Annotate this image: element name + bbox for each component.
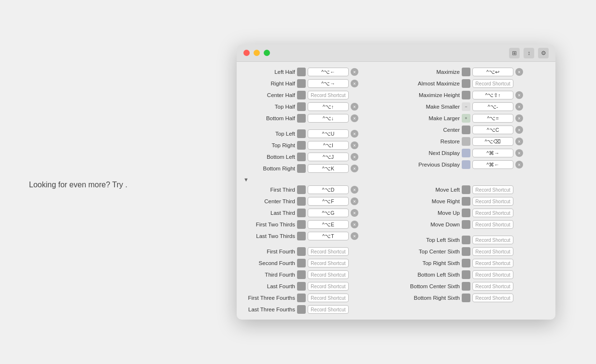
toggle-icon[interactable] (297, 68, 306, 76)
toggle-icon[interactable] (297, 164, 306, 173)
clear-shortcut-button[interactable]: × (515, 138, 523, 145)
clear-shortcut-button[interactable]: × (351, 80, 358, 87)
shortcut-input[interactable]: Record Shortcut (472, 209, 513, 217)
clear-shortcut-button[interactable]: × (351, 221, 358, 228)
clear-shortcut-button[interactable]: × (351, 141, 358, 149)
toggle-icon[interactable] (297, 220, 306, 229)
clear-shortcut-button[interactable]: × (351, 153, 358, 161)
toggle-icon[interactable] (297, 232, 306, 240)
shortcut-input[interactable]: Record Shortcut (308, 294, 349, 302)
toggle-icon[interactable] (462, 259, 470, 267)
shortcut-input[interactable]: ^⌥G (308, 209, 349, 217)
clear-shortcut-button[interactable]: × (351, 197, 358, 205)
shortcut-input[interactable]: Record Shortcut (472, 197, 513, 206)
shortcut-input[interactable]: Record Shortcut (308, 91, 349, 99)
toggle-icon[interactable] (462, 294, 470, 302)
toggle-icon[interactable] (297, 209, 306, 217)
shortcut-input[interactable]: Record Shortcut (308, 305, 349, 314)
clear-shortcut-button[interactable]: × (515, 103, 523, 111)
shortcut-input[interactable]: Record Shortcut (472, 185, 513, 194)
toggle-icon[interactable] (297, 102, 306, 111)
toggle-icon[interactable] (297, 294, 306, 302)
section-divider[interactable]: ▼ (243, 174, 549, 184)
shortcut-input[interactable]: ^⌥↩ (472, 68, 513, 76)
shortcut-input[interactable]: Record Shortcut (472, 294, 513, 302)
toggle-icon[interactable] (462, 91, 470, 99)
shortcut-input[interactable]: Record Shortcut (308, 247, 349, 256)
clear-shortcut-button[interactable]: × (515, 161, 523, 168)
clear-shortcut-button[interactable]: × (515, 114, 523, 122)
toggle-icon[interactable] (462, 282, 470, 291)
shortcut-input[interactable]: ^⌥⌫ (472, 137, 513, 146)
shortcut-input[interactable]: ^⌥E (308, 220, 349, 229)
shortcut-input[interactable]: ^⌥→ (308, 79, 349, 88)
toggle-icon[interactable] (462, 220, 470, 229)
clear-shortcut-button[interactable]: × (515, 91, 523, 99)
clear-shortcut-button[interactable]: × (515, 149, 523, 157)
shortcut-input[interactable]: ^⌘→ (472, 149, 513, 157)
toggle-icon[interactable] (297, 114, 306, 123)
toggle-icon[interactable] (462, 137, 470, 146)
shortcut-input[interactable]: Record Shortcut (472, 270, 513, 279)
toggle-icon[interactable] (462, 247, 470, 256)
shortcut-input[interactable]: ^⌥= (472, 114, 513, 123)
toggle-icon[interactable] (297, 153, 306, 161)
toggle-icon[interactable] (462, 79, 470, 88)
toggle-icon[interactable] (297, 270, 306, 279)
clear-shortcut-button[interactable]: × (515, 126, 523, 134)
shortcut-input[interactable]: ^⌥U (308, 129, 349, 138)
toggle-icon[interactable] (297, 305, 306, 314)
toggle-icon[interactable]: − (462, 102, 470, 111)
shortcut-input[interactable]: ^⌥⇧↑ (472, 91, 513, 99)
clear-shortcut-button[interactable]: × (351, 209, 358, 217)
shortcut-input[interactable]: ^⌥K (308, 164, 349, 173)
clear-shortcut-button[interactable]: × (351, 130, 358, 138)
shortcut-input[interactable]: ^⌥↓ (308, 114, 349, 123)
toggle-icon[interactable] (462, 270, 470, 279)
shortcut-input[interactable]: ^⌥D (308, 185, 349, 194)
shortcut-input[interactable]: Record Shortcut (472, 247, 513, 256)
clear-shortcut-button[interactable]: × (351, 165, 358, 172)
toggle-icon[interactable] (462, 197, 470, 206)
shortcut-input[interactable]: ^⌥C (472, 126, 513, 134)
toggle-icon[interactable] (297, 79, 306, 88)
shortcut-input[interactable]: Record Shortcut (472, 282, 513, 291)
toggle-icon[interactable] (297, 141, 306, 150)
toggle-icon[interactable] (297, 185, 306, 194)
toggle-icon[interactable] (462, 126, 470, 134)
minimize-button[interactable] (254, 50, 260, 56)
toggle-icon[interactable] (462, 185, 470, 194)
shortcut-input[interactable]: ^⌥← (308, 68, 349, 76)
shortcut-input[interactable]: Record Shortcut (308, 270, 349, 279)
shortcut-input[interactable]: ^⌘← (472, 160, 513, 169)
shortcut-input[interactable]: ^⌥T (308, 232, 349, 240)
shortcut-input[interactable]: Record Shortcut (472, 220, 513, 229)
toggle-icon[interactable] (297, 247, 306, 256)
toggle-icon[interactable] (462, 68, 470, 76)
maximize-button[interactable] (264, 50, 270, 56)
shortcut-input[interactable]: ^⌥J (308, 153, 349, 161)
toggle-icon[interactable] (297, 197, 306, 206)
toggle-icon[interactable] (297, 129, 306, 138)
toggle-icon[interactable]: + (462, 114, 470, 123)
clear-shortcut-button[interactable]: × (515, 68, 523, 76)
list-view-icon[interactable]: ↕ (524, 48, 534, 58)
shortcut-input[interactable]: ^⌥F (308, 197, 349, 206)
clear-shortcut-button[interactable]: × (351, 103, 358, 111)
grid-view-icon[interactable]: ⊞ (509, 48, 520, 58)
clear-shortcut-button[interactable]: × (351, 68, 358, 76)
toggle-icon[interactable] (462, 236, 470, 244)
toggle-icon[interactable] (297, 282, 306, 291)
toggle-icon[interactable] (462, 209, 470, 217)
shortcut-input[interactable]: Record Shortcut (472, 79, 513, 88)
clear-shortcut-button[interactable]: × (351, 232, 358, 240)
gear-icon[interactable]: ⚙ (538, 48, 549, 58)
toggle-icon[interactable] (462, 160, 470, 169)
shortcut-input[interactable]: ^⌥- (472, 102, 513, 111)
toggle-icon[interactable] (297, 259, 306, 267)
toggle-icon[interactable] (297, 91, 306, 99)
shortcut-input[interactable]: ^⌥I (308, 141, 349, 150)
shortcut-input[interactable]: Record Shortcut (308, 282, 349, 291)
clear-shortcut-button[interactable]: × (351, 114, 358, 122)
close-button[interactable] (243, 50, 250, 56)
